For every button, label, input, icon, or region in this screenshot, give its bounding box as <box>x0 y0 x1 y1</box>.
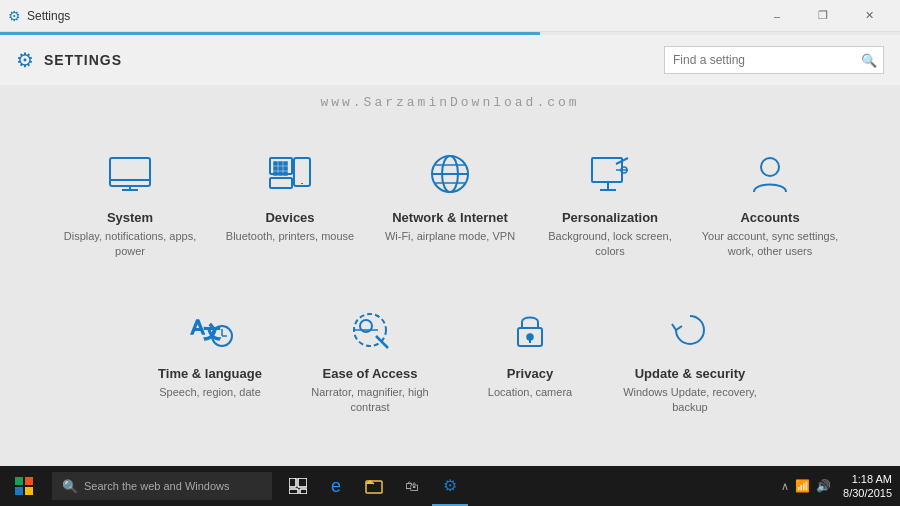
system-desc: Display, notifications, apps, power <box>60 229 200 260</box>
network-desc: Wi-Fi, airplane mode, VPN <box>385 229 515 244</box>
personalization-desc: Background, lock screen, colors <box>540 229 680 260</box>
devices-desc: Bluetooth, printers, mouse <box>226 229 354 244</box>
personalization-icon <box>582 146 638 202</box>
system-title: System <box>107 210 153 225</box>
update-title: Update & security <box>635 366 746 381</box>
accounts-title: Accounts <box>740 210 799 225</box>
privacy-title: Privacy <box>507 366 553 381</box>
svg-point-28 <box>761 158 779 176</box>
privacy-desc: Location, camera <box>488 385 572 400</box>
settings-item-network[interactable]: Network & Internet Wi-Fi, airplane mode,… <box>370 130 530 276</box>
title-bar-title: Settings <box>27 9 70 23</box>
close-button[interactable]: ✕ <box>846 0 892 32</box>
store-button[interactable]: 🛍 <box>394 466 430 506</box>
search-icon[interactable]: 🔍 <box>856 46 883 74</box>
chevron-up-icon[interactable]: ∧ <box>781 480 789 493</box>
task-view-button[interactable] <box>280 466 316 506</box>
settings-gear-icon: ⚙ <box>16 48 34 72</box>
time-icon: A 文 <box>182 302 238 358</box>
svg-rect-10 <box>284 167 287 170</box>
taskbar-search-text: Search the web and Windows <box>84 480 230 492</box>
svg-rect-43 <box>15 487 23 495</box>
taskbar-left: 🔍 Search the web and Windows e 🛍 ⚙ <box>0 466 468 506</box>
accounts-icon <box>742 146 798 202</box>
tray-icons: ∧ 📶 🔊 <box>781 479 831 493</box>
network-icon <box>422 146 478 202</box>
system-icon <box>102 146 158 202</box>
settings-taskbar-button[interactable]: ⚙ <box>432 466 468 506</box>
update-desc: Windows Update, recovery, backup <box>620 385 760 416</box>
taskbar-right: ∧ 📶 🔊 1:18 AM 8/30/2015 <box>781 466 900 506</box>
taskbar: 🔍 Search the web and Windows e 🛍 ⚙ <box>0 466 900 506</box>
watermark: www.SarzaminDownload.com <box>320 95 579 110</box>
title-bar-controls: – ❐ ✕ <box>754 0 892 32</box>
app-icon: ⚙ <box>8 8 21 24</box>
settings-row-2: A 文 Time & language Speech, region, date <box>130 286 770 432</box>
svg-text:A: A <box>191 316 205 338</box>
svg-rect-46 <box>298 478 307 487</box>
svg-rect-44 <box>25 487 33 495</box>
privacy-icon <box>502 302 558 358</box>
settings-grid: System Display, notifications, apps, pow… <box>50 130 850 432</box>
time-desc: Speech, region, date <box>159 385 261 400</box>
main-content: www.SarzaminDownload.com System Display,… <box>0 85 900 466</box>
app-header: ⚙ SETTINGS 🔍 <box>0 35 900 85</box>
svg-rect-9 <box>279 167 282 170</box>
settings-item-time[interactable]: A 文 Time & language Speech, region, date <box>130 286 290 432</box>
settings-item-accounts[interactable]: Accounts Your account, sync settings, wo… <box>690 130 850 276</box>
svg-rect-8 <box>274 167 277 170</box>
svg-rect-11 <box>274 172 277 175</box>
settings-item-personalization[interactable]: Personalization Background, lock screen,… <box>530 130 690 276</box>
svg-point-39 <box>527 334 533 340</box>
svg-rect-5 <box>274 162 277 165</box>
taskbar-icons: e 🛍 ⚙ <box>280 466 468 506</box>
settings-item-system[interactable]: System Display, notifications, apps, pow… <box>50 130 210 276</box>
svg-rect-15 <box>270 178 292 188</box>
devices-icon <box>262 146 318 202</box>
ease-desc: Narrator, magnifier, high contrast <box>300 385 440 416</box>
header-left: ⚙ SETTINGS <box>16 48 122 72</box>
settings-item-ease[interactable]: Ease of Access Narrator, magnifier, high… <box>290 286 450 432</box>
clock-date: 8/30/2015 <box>843 486 892 500</box>
settings-item-privacy[interactable]: Privacy Location, camera <box>450 286 610 432</box>
svg-rect-47 <box>289 489 298 494</box>
clock[interactable]: 1:18 AM 8/30/2015 <box>843 472 892 501</box>
svg-rect-41 <box>15 477 23 485</box>
search-input[interactable] <box>665 47 856 73</box>
search-box[interactable]: 🔍 <box>664 46 884 74</box>
clock-time: 1:18 AM <box>852 472 892 486</box>
ease-title: Ease of Access <box>323 366 418 381</box>
explorer-button[interactable] <box>356 466 392 506</box>
personalization-title: Personalization <box>562 210 658 225</box>
svg-rect-48 <box>300 489 307 494</box>
volume-icon[interactable]: 🔊 <box>816 479 831 493</box>
ease-icon <box>342 302 398 358</box>
title-bar-left: ⚙ Settings <box>8 8 70 24</box>
accounts-desc: Your account, sync settings, work, other… <box>700 229 840 260</box>
app-title: SETTINGS <box>44 52 122 68</box>
svg-rect-6 <box>279 162 282 165</box>
svg-rect-0 <box>110 158 150 186</box>
title-bar: ⚙ Settings – ❐ ✕ <box>0 0 900 32</box>
edge-button[interactable]: e <box>318 466 354 506</box>
minimize-button[interactable]: – <box>754 0 800 32</box>
update-icon <box>662 302 718 358</box>
settings-item-update[interactable]: Update & security Windows Update, recove… <box>610 286 770 432</box>
start-button[interactable] <box>0 466 48 506</box>
taskbar-search[interactable]: 🔍 Search the web and Windows <box>52 472 272 500</box>
network-tray-icon: 📶 <box>795 479 810 493</box>
network-title: Network & Internet <box>392 210 508 225</box>
svg-rect-14 <box>294 158 310 186</box>
svg-line-35 <box>376 336 388 348</box>
devices-title: Devices <box>265 210 314 225</box>
restore-button[interactable]: ❐ <box>800 0 846 32</box>
svg-rect-12 <box>279 172 282 175</box>
settings-item-devices[interactable]: Devices Bluetooth, printers, mouse <box>210 130 370 276</box>
svg-rect-45 <box>289 478 296 487</box>
svg-rect-7 <box>284 162 287 165</box>
svg-rect-42 <box>25 477 33 485</box>
svg-rect-13 <box>284 172 287 175</box>
settings-row-1: System Display, notifications, apps, pow… <box>50 130 850 276</box>
time-title: Time & language <box>158 366 262 381</box>
